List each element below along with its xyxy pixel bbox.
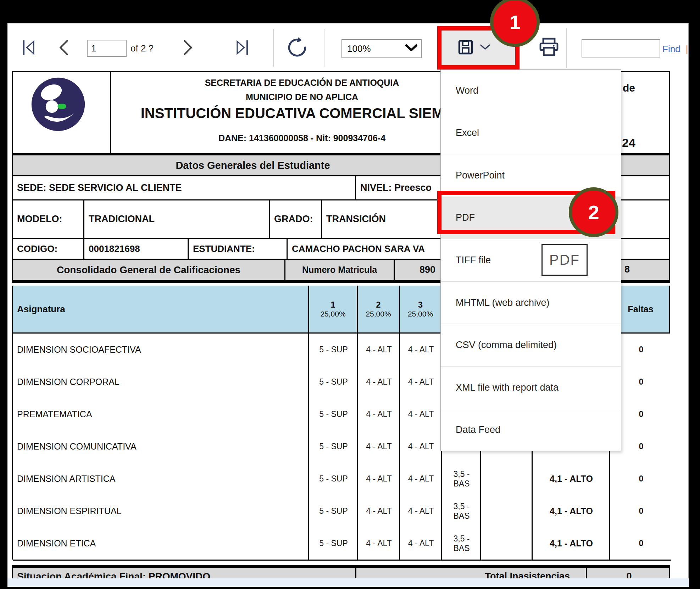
- refresh-button[interactable]: [286, 36, 310, 60]
- print-button[interactable]: [538, 35, 563, 62]
- period-number: 3: [418, 300, 423, 310]
- grade-period-2: 4 - ALT: [357, 398, 400, 430]
- nivel-value: Preesco: [394, 182, 432, 193]
- codigo-value: 0001821698: [83, 239, 188, 259]
- period-header-3: 3 25,00%: [399, 286, 441, 332]
- screenshot-root: of 2 ? 100% Find |: [0, 0, 700, 589]
- step-badge-2: 2: [569, 187, 618, 237]
- last-page-icon: [234, 52, 250, 58]
- period-header-2: 2 25,00%: [357, 286, 399, 332]
- menu-item-data-feed[interactable]: Data Feed: [441, 409, 621, 451]
- grade-final: 4,1 - ALTO: [532, 495, 610, 527]
- subject-name: DIMENSION SOCIOAFECTIVA: [13, 334, 312, 366]
- page-number-input[interactable]: [87, 40, 127, 57]
- menu-item-xml-file-with-report-data[interactable]: XML file with report data: [441, 367, 621, 409]
- right-cell-fragment: 8: [624, 264, 630, 275]
- sede-label: SEDE:: [17, 182, 46, 193]
- grade-period-1: 5 - SUP: [308, 366, 358, 398]
- sede-cell: SEDE: SEDE SERVICIO AL CLIENTE: [13, 176, 355, 199]
- toolbar-divider: [324, 29, 324, 67]
- last-page-button[interactable]: [234, 38, 252, 58]
- subject-name: DIMENSION COMUNICATIVA: [13, 430, 312, 463]
- grade-period-2: 4 - ALT: [357, 334, 400, 366]
- grade-period-2: 4 - ALT: [357, 366, 400, 398]
- consolidado-title: Consolidado General de Calificaciones: [13, 260, 284, 280]
- print-icon: [538, 55, 560, 61]
- prev-page-button[interactable]: [57, 38, 72, 58]
- find-input[interactable]: [582, 39, 660, 57]
- next-page-icon: [180, 52, 195, 58]
- grade-period-2: 4 - ALT: [357, 495, 400, 527]
- refresh-icon: [286, 54, 309, 60]
- page-count-label: of 2 ?: [130, 40, 154, 57]
- grado-label: GRADO:: [269, 200, 321, 238]
- header-line-municipio: MUNICIPIO DE NO APLICA: [111, 92, 493, 102]
- grade-period-4: 3,5 -BAS: [441, 495, 481, 527]
- asignatura-header: Asignatura: [13, 286, 308, 332]
- first-page-icon: [21, 52, 37, 58]
- toolbar-divider: [566, 28, 567, 68]
- table-row: DIMENSION ESPIRITUAL5 - SUP4 - ALT4 - AL…: [13, 495, 671, 528]
- zoom-select[interactable]: 100%: [341, 39, 422, 58]
- grade-extra: [480, 463, 533, 495]
- menu-item-mhtml-web-archive[interactable]: MHTML (web archive): [441, 282, 621, 324]
- grade-period-2: 4 - ALT: [357, 430, 400, 463]
- grade-final: 4,1 - ALTO: [532, 527, 610, 560]
- header-line-institucion: INSTITUCIÓN EDUCATIVA COMERCIAL SIEMPR: [111, 105, 493, 121]
- menu-item-word[interactable]: Word: [441, 70, 621, 112]
- sede-value: SEDE SERVICIO AL CLIENTE: [49, 182, 182, 193]
- grade-period-3: 4 - ALT: [399, 334, 442, 366]
- table-row: DIMENSION ARTISTICA5 - SUP4 - ALT4 - ALT…: [13, 463, 671, 496]
- modelo-label: MODELO:: [13, 200, 83, 238]
- chevron-down-icon: [405, 44, 421, 53]
- subject-name: DIMENSION ARTISTICA: [13, 463, 312, 495]
- grade-period-4: 3,5 -BAS: [441, 527, 481, 560]
- menu-item-excel[interactable]: Excel: [441, 112, 621, 155]
- find-link[interactable]: Find: [662, 44, 680, 54]
- grade-period-2: 4 - ALT: [357, 463, 400, 495]
- matricula-label: Numero Matricula: [284, 260, 394, 280]
- prev-page-icon: [57, 52, 72, 58]
- horizontal-scrollbar[interactable]: [8, 578, 689, 587]
- grade-period-4: 3,5 -BAS: [441, 463, 481, 495]
- grade-period-2: 4 - ALT: [357, 527, 400, 560]
- subject-name: DIMENSION ESPIRITUAL: [13, 495, 312, 527]
- first-page-button[interactable]: [21, 38, 39, 58]
- modelo-value: TRADICIONAL: [83, 200, 269, 238]
- export-menu: WordExcelPowerPointPDFTIFF fileMHTML (we…: [440, 69, 621, 451]
- subject-name: PREMATEMATICA: [13, 398, 312, 430]
- nivel-label: NIVEL:: [360, 182, 392, 193]
- table-row: DIMENSION ETICA5 - SUP4 - ALT4 - ALT3,5 …: [13, 527, 671, 561]
- zoom-value: 100%: [342, 43, 405, 54]
- header-right-fragment-top: de: [623, 82, 635, 94]
- grade-period-1: 5 - SUP: [308, 398, 358, 430]
- period-weight: 25,00%: [320, 310, 345, 318]
- estudiante-label: ESTUDIANTE:: [188, 239, 287, 259]
- pdf-drag-tooltip: PDF: [541, 244, 588, 276]
- period-number: 1: [330, 300, 335, 310]
- grade-period-1: 5 - SUP: [308, 463, 358, 495]
- grade-period-3: 4 - ALT: [399, 463, 442, 495]
- toolbar-divider: [273, 29, 274, 67]
- menu-item-csv-comma-delimited[interactable]: CSV (comma delimited): [441, 324, 621, 367]
- subject-name: DIMENSION ETICA: [13, 527, 312, 560]
- grade-period-1: 5 - SUP: [308, 495, 358, 527]
- header-line-secretaria: SECRETARIA DE EDUCACIÓN DE ANTIOQUIA: [111, 78, 493, 88]
- period-number: 2: [376, 300, 380, 310]
- grade-period-1: 5 - SUP: [308, 430, 358, 463]
- school-header-text: SECRETARIA DE EDUCACIÓN DE ANTIOQUIA MUN…: [111, 72, 493, 153]
- menu-item-tiff-file[interactable]: TIFF file: [441, 239, 621, 282]
- faltas-value: 0: [609, 463, 672, 495]
- header-right-fragment-bottom: 24: [622, 136, 635, 150]
- faltas-value: 0: [609, 527, 672, 560]
- grade-period-3: 4 - ALT: [399, 495, 442, 527]
- grade-period-3: 4 - ALT: [399, 366, 442, 398]
- next-page-button[interactable]: [180, 38, 196, 58]
- period-weight: 25,00%: [366, 310, 391, 318]
- faltas-value: 0: [609, 495, 672, 527]
- grade-extra: [480, 495, 533, 527]
- period-weight: 25,00%: [408, 310, 433, 318]
- section-title: Datos Generales del Estudiante: [13, 155, 493, 175]
- grade-period-3: 4 - ALT: [399, 527, 442, 560]
- grade-final: 4,1 - ALTO: [532, 463, 610, 495]
